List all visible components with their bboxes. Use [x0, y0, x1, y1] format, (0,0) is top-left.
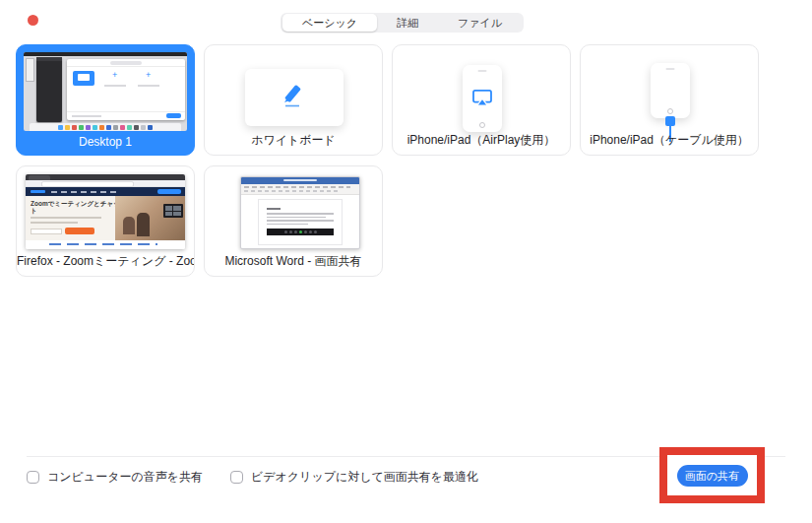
tab-basic[interactable]: ベーシック [282, 14, 377, 32]
thumb-dark-window [36, 57, 62, 122]
tile-label: iPhone/iPad（ケーブル使用） [581, 132, 758, 149]
phone-home-button [479, 122, 485, 128]
browser-urlbar [26, 180, 185, 187]
optimize-video-clip-option[interactable]: ビデオクリップに対して画面共有を最適化 [230, 469, 478, 486]
phone-speaker [666, 68, 675, 70]
share-computer-sound-option[interactable]: コンピューターの音声を共有 [27, 469, 203, 486]
word-titlebar [241, 177, 359, 184]
airplay-icon [471, 89, 493, 106]
footer-options: コンピューターの音声を共有 ビデオクリップに対して画面共有を最適化 [27, 469, 478, 486]
tile-label: iPhone/iPad（AirPlay使用） [393, 132, 570, 149]
tab-files[interactable]: ファイル [438, 14, 522, 32]
cable-plug-icon [665, 116, 675, 126]
zoom-site-navbar [26, 187, 185, 196]
zoom-site-hero: Zoomでミーティングとチャッ ト [26, 196, 185, 240]
share-mode-tabs: ベーシック 詳細 ファイル [281, 13, 524, 33]
phone-speaker [478, 70, 487, 72]
share-tile-iphone-cable[interactable]: iPhone/iPad（ケーブル使用） [580, 44, 759, 156]
hero-photo [115, 196, 185, 240]
word-window-thumbnail [240, 176, 360, 249]
hero-signup-button [65, 228, 94, 234]
tab-advanced[interactable]: 詳細 [377, 14, 438, 32]
tile-label: Desktop 1 [17, 135, 194, 149]
tile-label: Firefox - Zoomミーティング - Zoom... [17, 253, 194, 270]
share-tile-word-window[interactable]: Microsoft Word - 画面共有 [204, 165, 383, 277]
share-screen-button[interactable]: 画面の共有 [677, 465, 748, 487]
desktop-1-thumbnail: + + [24, 52, 187, 131]
hero-heading-line1: Zoomでミーティングとチャッ [31, 200, 113, 207]
hero-heading-line2: ト [31, 207, 113, 214]
window-close-button[interactable] [28, 15, 38, 26]
share-tile-firefox-window[interactable]: Zoomでミーティングとチャッ ト Firefox - Zoomミーティン [16, 165, 195, 277]
annotation-highlight-box: 画面の共有 [659, 447, 765, 503]
embedded-toolbar-image [267, 229, 334, 235]
checkbox-label: ビデオクリップに対して画面共有を最適化 [251, 469, 478, 486]
whiteboard-card [245, 69, 344, 126]
share-tile-iphone-airplay[interactable]: iPhone/iPad（AirPlay使用） [392, 44, 571, 156]
thumb-menubar [24, 52, 187, 56]
word-ribbon [241, 184, 359, 195]
thumb-dock [30, 123, 181, 131]
phone-home-button [667, 108, 673, 114]
thumb-palette-window [26, 58, 34, 82]
zoom-site-links [26, 240, 185, 249]
share-tile-desktop-1[interactable]: + + Desktop 1 [16, 44, 195, 156]
thumb-zoom-dialog: + + [67, 59, 185, 120]
hero-email-input [31, 229, 62, 234]
checkbox-label: コンピューターの音声を共有 [47, 469, 203, 486]
firefox-window-thumbnail: Zoomでミーティングとチャッ ト [26, 174, 185, 249]
optimize-video-clip-checkbox[interactable] [230, 471, 243, 484]
share-computer-sound-checkbox[interactable] [27, 471, 39, 484]
iphone-cable-illustration [651, 63, 690, 118]
word-document-page [258, 199, 343, 245]
tile-label: ホワイトボード [205, 132, 382, 149]
share-tile-whiteboard[interactable]: ホワイトボード [204, 44, 383, 156]
tile-label: Microsoft Word - 画面共有 [205, 253, 382, 270]
iphone-airplay-illustration [463, 65, 502, 132]
share-dialog: ベーシック 詳細 ファイル + + [0, 0, 812, 523]
pencil-icon [278, 83, 311, 112]
